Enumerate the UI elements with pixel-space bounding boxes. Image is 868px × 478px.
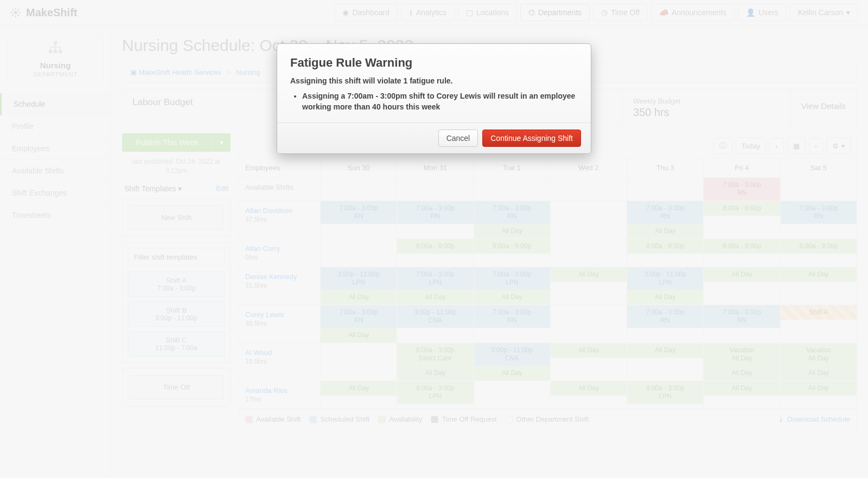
continue-assigning-button[interactable]: Continue Assigning Shift <box>482 130 581 147</box>
fatigue-warning-modal: Fatigue Rule Warning Assigning this shif… <box>277 43 591 154</box>
modal-lead: Assigning this shift will violate 1 fati… <box>290 76 578 85</box>
modal-title: Fatigue Rule Warning <box>290 56 578 70</box>
modal-bullet: Assigning a 7:00am - 3:00pm shift to Cor… <box>302 91 578 113</box>
cancel-button[interactable]: Cancel <box>438 130 478 147</box>
